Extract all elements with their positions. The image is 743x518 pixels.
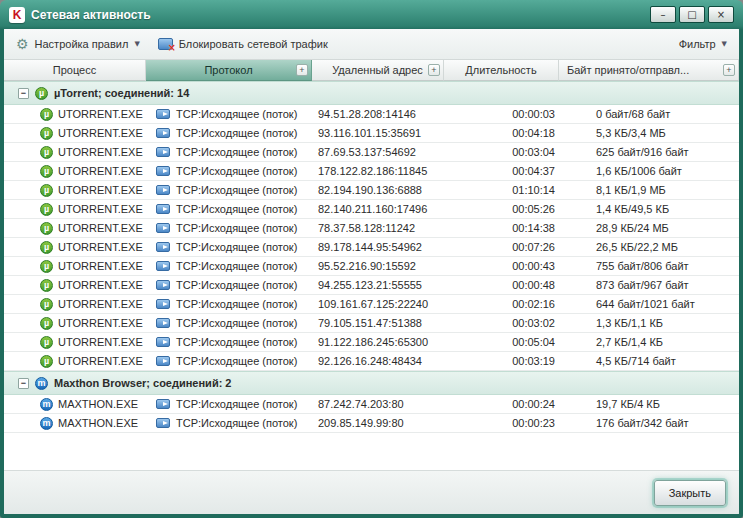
process-cell: µUTORRENT.EXE [4,279,146,292]
bytes-received-sent: 1,4 КБ/49,5 КБ [559,203,739,215]
protocol-name: TCP:Исходящее (поток) [176,336,297,348]
process-name: UTORRENT.EXE [58,317,143,329]
remote-address: 87.69.53.137:54692 [312,146,444,158]
connection-row[interactable]: µUTORRENT.EXETCP:Исходящее (поток)89.178… [4,238,739,257]
tcp-outbound-icon [156,337,170,347]
remote-address: 82.140.211.160:17496 [312,203,444,215]
bytes-received-sent: 625 байт/916 байт [559,146,739,158]
column-header-protocol[interactable]: Протокол + [146,60,312,81]
utorrent-icon: µ [40,241,53,254]
connection-row[interactable]: µUTORRENT.EXETCP:Исходящее (поток)95.52.… [4,257,739,276]
group-header-row[interactable]: −µµTorrent; соединений: 14 [4,81,739,105]
process-cell: µUTORRENT.EXE [4,336,146,349]
bytes-received-sent: 0 байт/68 байт [559,108,739,120]
maxthon-icon: m [35,377,48,390]
collapse-icon[interactable]: − [18,88,29,99]
collapse-icon[interactable]: − [18,378,29,389]
process-cell: µUTORRENT.EXE [4,317,146,330]
maximize-button[interactable]: □ [679,6,705,23]
filter-button[interactable]: Фильтр ▼ [679,38,727,50]
rules-setup-label: Настройка правил [35,38,129,50]
connection-row[interactable]: µUTORRENT.EXETCP:Исходящее (поток)79.105… [4,314,739,333]
connection-row[interactable]: µUTORRENT.EXETCP:Исходящее (поток)92.126… [4,352,739,371]
protocol-name: TCP:Исходящее (поток) [176,127,297,139]
protocol-name: TCP:Исходящее (поток) [176,317,297,329]
column-filter-icon[interactable]: + [428,64,440,76]
tcp-outbound-icon [156,418,170,428]
protocol-name: TCP:Исходящее (поток) [176,260,297,272]
protocol-name: TCP:Исходящее (поток) [176,241,297,253]
duration: 00:00:48 [444,279,559,291]
tcp-outbound-icon [156,318,170,328]
process-name: UTORRENT.EXE [58,279,143,291]
duration: 00:04:18 [444,127,559,139]
process-name: UTORRENT.EXE [58,222,143,234]
bytes-received-sent: 755 байт/806 байт [559,260,739,272]
tcp-outbound-icon [156,399,170,409]
rules-setup-button[interactable]: ⚙ Настройка правил ▼ [16,37,140,51]
column-header-bytes[interactable]: Байт принято/отправл... + [559,60,739,81]
minimize-button[interactable]: – [650,6,676,23]
column-header-process[interactable]: Процесс [4,60,146,81]
close-dialog-button[interactable]: Закрыть [654,480,726,506]
protocol-cell: TCP:Исходящее (поток) [146,127,312,139]
duration: 00:04:37 [444,165,559,177]
tcp-outbound-icon [156,128,170,138]
protocol-cell: TCP:Исходящее (поток) [146,317,312,329]
duration: 00:14:38 [444,222,559,234]
connection-row[interactable]: µUTORRENT.EXETCP:Исходящее (поток)94.51.… [4,105,739,124]
connection-row[interactable]: µUTORRENT.EXETCP:Исходящее (поток)78.37.… [4,219,739,238]
protocol-name: TCP:Исходящее (поток) [176,298,297,310]
process-cell: µUTORRENT.EXE [4,146,146,159]
remote-address: 82.194.190.136:6888 [312,184,444,196]
column-header-duration[interactable]: Длительность [444,60,559,81]
utorrent-icon: µ [40,165,53,178]
process-cell: µUTORRENT.EXE [4,355,146,368]
kaspersky-logo-icon: K [9,7,25,23]
red-x-icon: × [167,43,175,53]
column-filter-icon[interactable]: + [723,64,735,76]
connection-row[interactable]: µUTORRENT.EXETCP:Исходящее (поток)93.116… [4,124,739,143]
utorrent-icon: µ [40,336,53,349]
titlebar[interactable]: K Сетевая активность – □ × [4,0,739,29]
connection-row[interactable]: µUTORRENT.EXETCP:Исходящее (поток)94.255… [4,276,739,295]
tcp-outbound-icon [156,261,170,271]
process-cell: mMAXTHON.EXE [4,417,146,430]
bytes-received-sent: 5,3 КБ/3,4 МБ [559,127,739,139]
process-cell: µUTORRENT.EXE [4,108,146,121]
tcp-outbound-icon [156,356,170,366]
protocol-name: TCP:Исходящее (поток) [176,108,297,120]
group-header-row[interactable]: −mMaxthon Browser; соединений: 2 [4,371,739,395]
protocol-cell: TCP:Исходящее (поток) [146,222,312,234]
tcp-outbound-icon [156,185,170,195]
protocol-cell: TCP:Исходящее (поток) [146,398,312,410]
connection-row[interactable]: µUTORRENT.EXETCP:Исходящее (поток)87.69.… [4,143,739,162]
column-header-remote-address[interactable]: Удаленный адрес + [312,60,444,81]
protocol-name: TCP:Исходящее (поток) [176,165,297,177]
connection-row[interactable]: µUTORRENT.EXETCP:Исходящее (поток)109.16… [4,295,739,314]
connection-row[interactable]: µUTORRENT.EXETCP:Исходящее (поток)82.194… [4,181,739,200]
group-label: Maxthon Browser; соединений: 2 [54,377,231,389]
block-traffic-button[interactable]: × Блокировать сетевой трафик [158,38,328,50]
utorrent-icon: µ [40,317,53,330]
bytes-received-sent: 19,7 КБ/4 КБ [559,398,739,410]
connection-row[interactable]: µUTORRENT.EXETCP:Исходящее (поток)178.12… [4,162,739,181]
column-filter-icon[interactable]: + [296,64,308,76]
process-name: UTORRENT.EXE [58,146,143,158]
process-cell: µUTORRENT.EXE [4,184,146,197]
utorrent-icon: µ [40,355,53,368]
connection-row[interactable]: µUTORRENT.EXETCP:Исходящее (поток)82.140… [4,200,739,219]
connection-row[interactable]: µUTORRENT.EXETCP:Исходящее (поток)91.122… [4,333,739,352]
utorrent-icon: µ [40,127,53,140]
utorrent-icon: µ [40,260,53,273]
remote-address: 79.105.151.47:51388 [312,317,444,329]
protocol-name: TCP:Исходящее (поток) [176,184,297,196]
close-window-button[interactable]: × [708,6,734,23]
bytes-received-sent: 2,7 КБ/1,4 КБ [559,336,739,348]
connection-row[interactable]: mMAXTHON.EXETCP:Исходящее (поток)87.242.… [4,395,739,414]
utorrent-icon: µ [40,222,53,235]
bytes-received-sent: 28,9 КБ/24 МБ [559,222,739,234]
duration: 00:00:03 [444,108,559,120]
connection-row[interactable]: mMAXTHON.EXETCP:Исходящее (поток)209.85.… [4,414,739,433]
bytes-received-sent: 644 байт/1021 байт [559,298,739,310]
